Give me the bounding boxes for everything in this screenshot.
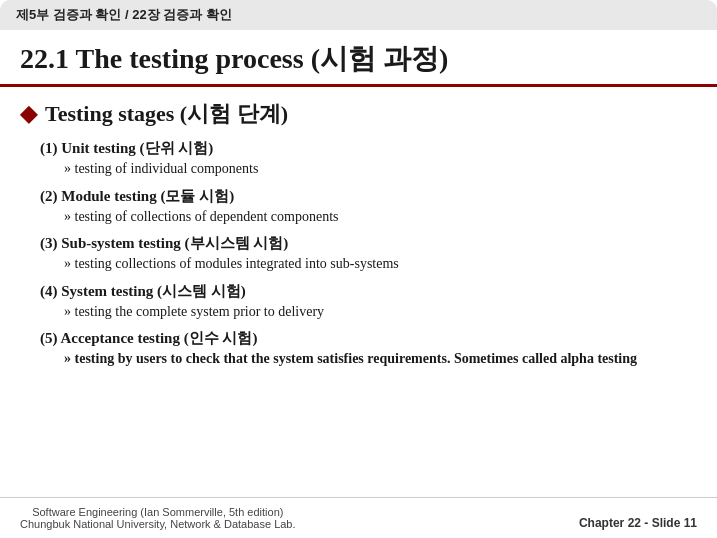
main-heading: ◆ Testing stages (시험 단계) <box>20 99 697 129</box>
list-item: (5) Acceptance testing (인수 시험) » testing… <box>40 329 697 371</box>
diamond-bullet-icon: ◆ <box>20 101 37 127</box>
item-detail-text-5: » testing by users to check that the sys… <box>64 349 637 369</box>
main-heading-text: Testing stages (시험 단계) <box>45 99 288 129</box>
slide-title: 22.1 The testing process (시험 과정) <box>20 40 697 78</box>
item-detail-text-3: » testing collections of modules integra… <box>64 254 399 274</box>
item-detail-text-1: » testing of individual components <box>64 159 258 179</box>
item-header-5: (5) Acceptance testing (인수 시험) <box>40 329 697 348</box>
title-section: 22.1 The testing process (시험 과정) <box>0 30 717 87</box>
list-item: (1) Unit testing (단위 시험) » testing of in… <box>40 139 697 181</box>
item-detail-text-2: » testing of collections of dependent co… <box>64 207 339 227</box>
item-detail-2: » testing of collections of dependent co… <box>40 207 697 227</box>
item-header-4: (4) System testing (시스템 시험) <box>40 282 697 301</box>
items-list: (1) Unit testing (단위 시험) » testing of in… <box>20 139 697 373</box>
item-header-2: (2) Module testing (모듈 시험) <box>40 187 697 206</box>
footer-right: Chapter 22 - Slide 11 <box>579 516 697 530</box>
list-item: (3) Sub-system testing (부시스템 시험) » testi… <box>40 234 697 276</box>
item-detail-4: » testing the complete system prior to d… <box>40 302 697 322</box>
list-item: (4) System testing (시스템 시험) » testing th… <box>40 282 697 324</box>
item-detail-text-4: » testing the complete system prior to d… <box>64 302 324 322</box>
item-header-3: (3) Sub-system testing (부시스템 시험) <box>40 234 697 253</box>
item-detail-1: » testing of individual components <box>40 159 697 179</box>
slide-container: 제5부 검증과 확인 / 22장 검증과 확인 22.1 The testing… <box>0 0 717 538</box>
list-item: (2) Module testing (모듈 시험) » testing of … <box>40 187 697 229</box>
item-header-1: (1) Unit testing (단위 시험) <box>40 139 697 158</box>
footer: Software Engineering (Ian Sommerville, 5… <box>0 497 717 538</box>
footer-left: Software Engineering (Ian Sommerville, 5… <box>20 506 296 530</box>
top-bar: 제5부 검증과 확인 / 22장 검증과 확인 <box>0 0 717 30</box>
footer-line2: Chungbuk National University, Network & … <box>20 518 296 530</box>
top-bar-label: 제5부 검증과 확인 / 22장 검증과 확인 <box>16 7 232 22</box>
item-detail-5: » testing by users to check that the sys… <box>40 349 697 369</box>
footer-line1: Software Engineering (Ian Sommerville, 5… <box>32 506 283 518</box>
content-area: ◆ Testing stages (시험 단계) (1) Unit testin… <box>0 87 717 497</box>
item-detail-3: » testing collections of modules integra… <box>40 254 697 274</box>
